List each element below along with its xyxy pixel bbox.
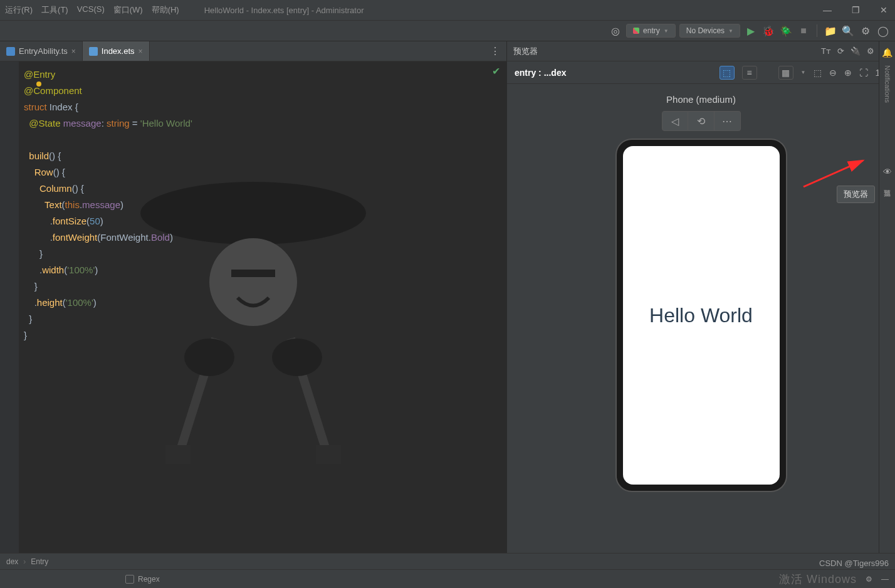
hello-world-text: Hello World: [649, 304, 753, 327]
file-icon: [89, 47, 98, 56]
preview-body: Phone (medium) ◁ ⟲ ⋯ Hello World: [507, 84, 895, 553]
tab-label: Index.ets: [102, 46, 135, 56]
close-icon[interactable]: ×: [139, 47, 143, 56]
svg-rect-4: [316, 445, 341, 464]
avatar-icon[interactable]: ◯: [876, 24, 890, 38]
crop-icon[interactable]: ⬚: [814, 68, 822, 78]
coverage-button[interactable]: 🪲: [779, 24, 793, 38]
device-label: No Devices: [686, 26, 725, 35]
previewer-tab[interactable]: 预览器: [881, 181, 893, 188]
csdn-watermark: CSDN @Tigers996: [819, 559, 889, 568]
zoom-out-icon[interactable]: ⊖: [829, 68, 837, 78]
main-menu: 运行(R) 工具(T) VCS(S) 窗口(W) 帮助(H): [5, 4, 179, 16]
tabs-more-icon[interactable]: ⋮: [484, 41, 506, 61]
stop-button[interactable]: ■: [797, 24, 810, 38]
tab-entryability[interactable]: EntryAbility.ts ×: [0, 41, 83, 61]
gear-icon[interactable]: ⚙: [867, 46, 874, 56]
maximize-button[interactable]: ❐: [849, 5, 862, 15]
tab-label: EntryAbility.ts: [19, 46, 68, 56]
main-split: EntryAbility.ts × Index.ets × ⋮: [0, 41, 895, 553]
windows-watermark: 激活 Windows: [779, 572, 857, 587]
gear-icon[interactable]: ⚙: [859, 24, 872, 38]
svg-rect-2: [231, 270, 275, 277]
preview-pane: 预览器 Tᴛ ⟳ 🔌 ⚙ — entry : ...dex ⬚ ≡ ▦ ▼ ⬚ …: [506, 41, 895, 553]
separator: [817, 24, 817, 37]
run-button[interactable]: ▶: [744, 24, 758, 38]
chevron-down-icon[interactable]: ▼: [801, 70, 806, 75]
notifications-icon[interactable]: 🔔: [882, 48, 892, 58]
right-tool-strip: 🔔 Notifications 👁 预览器: [879, 41, 895, 553]
debug-button[interactable]: 🐞: [762, 24, 775, 38]
more-button[interactable]: ⋯: [714, 111, 741, 131]
close-button[interactable]: ✕: [877, 5, 890, 15]
chevron-down-icon: ▼: [728, 28, 733, 34]
target-icon[interactable]: ◎: [609, 24, 622, 38]
previewer-tooltip: 预览器: [837, 186, 875, 203]
checkbox[interactable]: [125, 575, 134, 584]
menu-vcs[interactable]: VCS(S): [77, 4, 105, 16]
svg-point-6: [272, 339, 322, 376]
regex-option[interactable]: Regex: [125, 575, 160, 584]
device-label: Phone (medium): [666, 94, 736, 105]
window-title: HelloWorld - Index.ets [entry] - Adminis…: [204, 6, 364, 15]
folder-icon[interactable]: 📁: [824, 24, 837, 38]
chevron-right-icon: ›: [23, 557, 26, 566]
editor-pane: EntryAbility.ts × Index.ets × ⋮: [0, 41, 506, 553]
module-label: entry: [643, 26, 660, 35]
eye-icon[interactable]: 👁: [883, 167, 892, 177]
gear-icon[interactable]: ⚙: [866, 575, 872, 584]
entry-label: entry : ...dex: [515, 68, 566, 78]
breadcrumb-item[interactable]: dex: [6, 557, 18, 566]
search-icon[interactable]: 🔍: [841, 24, 855, 38]
module-icon: [633, 28, 639, 34]
menu-tools[interactable]: 工具(T): [41, 4, 68, 16]
chevron-down-icon: ▼: [664, 28, 669, 34]
regex-label: Regex: [138, 575, 160, 584]
code-editor[interactable]: ✔ @Entry@Componentstruct Index { @State …: [0, 61, 506, 553]
fit-icon[interactable]: ⛶: [859, 68, 868, 78]
preview-title: 预览器: [513, 46, 538, 57]
menu-help[interactable]: 帮助(H): [152, 4, 179, 16]
status-bar: Regex 激活 Windows ⚙ —: [0, 569, 895, 588]
module-dropdown[interactable]: entry ▼: [626, 24, 676, 38]
minimize-button[interactable]: —: [820, 5, 834, 15]
refresh-icon[interactable]: ⟳: [837, 46, 844, 56]
zoom-in-icon[interactable]: ⊕: [844, 68, 852, 78]
menu-run[interactable]: 运行(R): [5, 4, 33, 16]
preview-header: 预览器 Tᴛ ⟳ 🔌 ⚙ —: [507, 41, 895, 61]
breadcrumb-item[interactable]: Entry: [31, 557, 48, 566]
window-controls: — ❐ ✕: [820, 5, 890, 15]
grid-icon[interactable]: ▦: [778, 66, 793, 80]
svg-point-5: [184, 339, 234, 376]
rotate-button[interactable]: ⟲: [688, 111, 714, 131]
device-controls: ◁ ⟲ ⋯: [662, 111, 741, 131]
layers-toggle[interactable]: ≡: [742, 66, 757, 80]
breadcrumb: dex › Entry: [0, 553, 895, 569]
back-button[interactable]: ◁: [662, 111, 688, 131]
device-dropdown[interactable]: No Devices ▼: [679, 24, 740, 38]
phone-frame: Hello World: [617, 140, 786, 491]
preview-subheader: entry : ...dex ⬚ ≡ ▦ ▼ ⬚ ⊖ ⊕ ⛶ 1:1: [507, 61, 895, 84]
phone-screen[interactable]: Hello World: [623, 146, 780, 485]
code-content[interactable]: @Entry@Componentstruct Index { @State me…: [24, 66, 192, 344]
font-icon[interactable]: Tᴛ: [821, 46, 831, 56]
plug-icon[interactable]: 🔌: [851, 46, 861, 56]
tab-index[interactable]: Index.ets ×: [83, 41, 150, 61]
editor-tabs: EntryAbility.ts × Index.ets × ⋮: [0, 41, 506, 61]
minimize-icon[interactable]: —: [881, 575, 889, 584]
svg-rect-3: [165, 445, 191, 464]
close-icon[interactable]: ×: [71, 47, 76, 56]
file-icon: [6, 47, 15, 56]
svg-point-1: [209, 238, 297, 326]
menu-window[interactable]: 窗口(W): [113, 4, 143, 16]
toolbar: ◎ entry ▼ No Devices ▼ ▶ 🐞 🪲 ■ 📁 🔍 ⚙ ◯: [0, 20, 895, 41]
titlebar: 运行(R) 工具(T) VCS(S) 窗口(W) 帮助(H) HelloWorl…: [0, 0, 895, 20]
inspect-toggle[interactable]: ⬚: [720, 66, 735, 80]
notifications-tab[interactable]: Notifications: [882, 61, 892, 107]
check-icon: ✔: [492, 65, 500, 77]
